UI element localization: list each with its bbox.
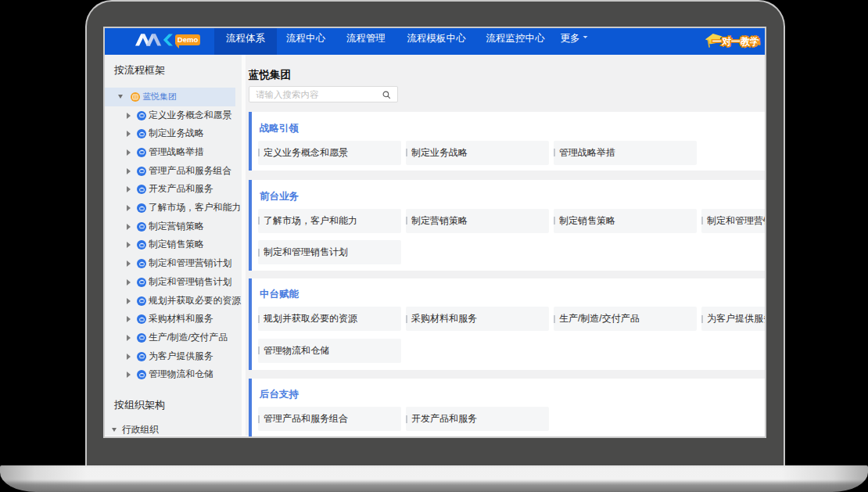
- svg-text:一对一教学: 一对一教学: [712, 36, 759, 47]
